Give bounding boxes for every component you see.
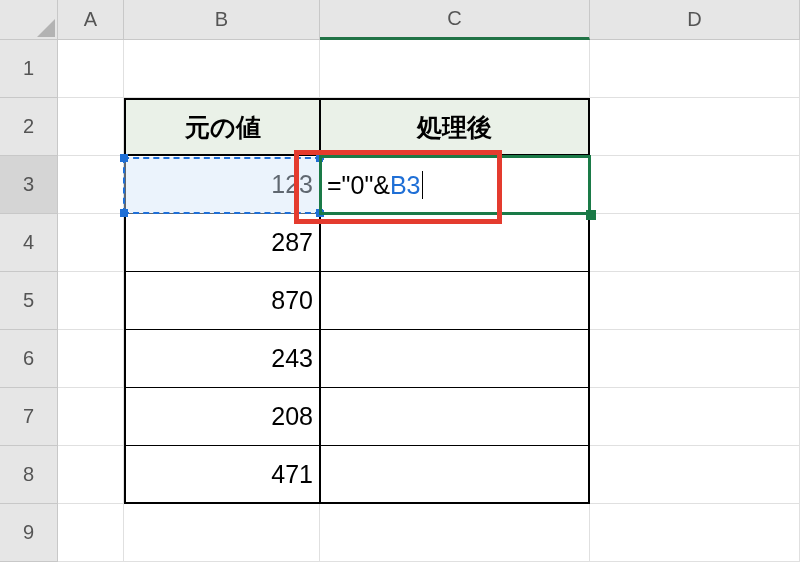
row-header-4[interactable]: 4 — [0, 214, 58, 272]
cell-C7[interactable] — [320, 388, 590, 446]
cell-A2[interactable] — [58, 98, 124, 156]
row-header-7[interactable]: 7 — [0, 388, 58, 446]
table-header-B[interactable]: 元の値 — [124, 98, 320, 156]
col-header-A[interactable]: A — [58, 0, 124, 40]
row-header-3[interactable]: 3 — [0, 156, 58, 214]
spreadsheet-grid[interactable]: A B C D 1 2 元の値 処理後 3 123 4 287 5 870 6 … — [0, 0, 800, 562]
formula-editor[interactable]: ="0"&B3 — [323, 160, 473, 210]
reference-handle — [120, 209, 128, 217]
select-all-corner[interactable] — [0, 0, 58, 40]
cell-A7[interactable] — [58, 388, 124, 446]
cell-A3[interactable] — [58, 156, 124, 214]
cell-C6[interactable] — [320, 330, 590, 388]
cell-D2[interactable] — [590, 98, 800, 156]
cell-C8[interactable] — [320, 446, 590, 504]
cell-B1[interactable] — [124, 40, 320, 98]
cell-A9[interactable] — [58, 504, 124, 562]
col-header-C[interactable]: C — [320, 0, 590, 40]
cell-A8[interactable] — [58, 446, 124, 504]
formula-text-ref: B3 — [390, 171, 421, 200]
cell-C9[interactable] — [320, 504, 590, 562]
text-cursor — [422, 171, 423, 199]
cell-B4[interactable]: 287 — [124, 214, 320, 272]
cell-B9[interactable] — [124, 504, 320, 562]
reference-handle — [120, 154, 128, 162]
fill-handle[interactable] — [586, 210, 596, 220]
row-header-1[interactable]: 1 — [0, 40, 58, 98]
cell-D7[interactable] — [590, 388, 800, 446]
cell-D5[interactable] — [590, 272, 800, 330]
cell-A4[interactable] — [58, 214, 124, 272]
cell-C5[interactable] — [320, 272, 590, 330]
row-header-2[interactable]: 2 — [0, 98, 58, 156]
col-header-B[interactable]: B — [124, 0, 320, 40]
row-header-5[interactable]: 5 — [0, 272, 58, 330]
row-header-8[interactable]: 8 — [0, 446, 58, 504]
cell-D6[interactable] — [590, 330, 800, 388]
row-header-9[interactable]: 9 — [0, 504, 58, 562]
row-header-6[interactable]: 6 — [0, 330, 58, 388]
cell-A6[interactable] — [58, 330, 124, 388]
cell-A5[interactable] — [58, 272, 124, 330]
cell-B3[interactable]: 123 — [124, 156, 320, 214]
cell-C1[interactable] — [320, 40, 590, 98]
reference-handle — [316, 209, 324, 217]
formula-text-static: ="0"& — [327, 171, 390, 200]
cell-D9[interactable] — [590, 504, 800, 562]
col-header-D[interactable]: D — [590, 0, 800, 40]
cell-B7[interactable]: 208 — [124, 388, 320, 446]
cell-C4[interactable] — [320, 214, 590, 272]
cell-D4[interactable] — [590, 214, 800, 272]
cell-D3[interactable] — [590, 156, 800, 214]
cell-D1[interactable] — [590, 40, 800, 98]
cell-D8[interactable] — [590, 446, 800, 504]
cell-B8[interactable]: 471 — [124, 446, 320, 504]
cell-B5[interactable]: 870 — [124, 272, 320, 330]
cell-A1[interactable] — [58, 40, 124, 98]
cell-B6[interactable]: 243 — [124, 330, 320, 388]
table-header-C[interactable]: 処理後 — [320, 98, 590, 156]
